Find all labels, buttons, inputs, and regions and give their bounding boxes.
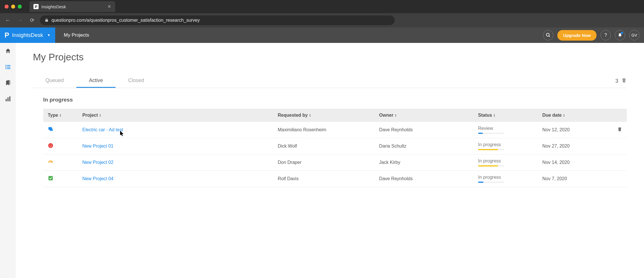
- project-type-icon: [48, 126, 53, 132]
- project-link[interactable]: Electric car - Ad test: [82, 127, 123, 132]
- tab-favicon-icon: P: [33, 4, 39, 9]
- svg-point-15: [51, 145, 52, 146]
- status-cell: In progress: [474, 138, 538, 154]
- tab-close-icon[interactable]: ✕: [108, 4, 111, 9]
- avatar[interactable]: GV: [629, 30, 639, 40]
- tab-title: InsightsDesk: [41, 4, 105, 9]
- requested-by-cell: Don Draper: [273, 154, 375, 171]
- due-date-cell: Nov 14, 2020: [538, 154, 602, 171]
- column-header-status[interactable]: Status▲▼: [474, 109, 538, 122]
- reload-button[interactable]: ⟳: [28, 17, 36, 23]
- browser-tab[interactable]: P InsightsDesk ✕: [29, 1, 115, 12]
- window-minimize-button[interactable]: [11, 5, 15, 9]
- status-cell: Review: [474, 122, 538, 138]
- sort-icon: ▲▼: [59, 114, 61, 117]
- svg-point-2: [5, 65, 6, 66]
- svg-line-1: [549, 36, 550, 37]
- svg-rect-8: [5, 99, 7, 101]
- help-button[interactable]: ?: [601, 30, 611, 40]
- app-header: P InsightsDesk ▼ My Projects Upgrade Now…: [0, 27, 644, 43]
- owner-cell: Dave Reynholds: [375, 122, 474, 138]
- project-type-icon: [48, 159, 53, 165]
- svg-point-13: [48, 143, 53, 148]
- column-header-requested-by[interactable]: Requested by▲▼: [273, 109, 375, 122]
- column-header-project[interactable]: Project▲▼: [78, 109, 273, 122]
- sidebar-item-analytics[interactable]: [5, 96, 11, 102]
- requested-by-cell: Rolf Davis: [273, 171, 375, 187]
- window-controls: P InsightsDesk ✕: [0, 0, 644, 13]
- requested-by-cell: Maximiliano Rosenheim: [273, 122, 375, 138]
- due-date-cell: Nov 7, 2020: [538, 171, 602, 187]
- requested-by-cell: Dick Wolf: [273, 138, 375, 154]
- project-type-icon: [48, 143, 53, 148]
- sort-icon: ▲▼: [563, 114, 565, 117]
- sort-icon: ▲▼: [395, 114, 397, 117]
- url-bar[interactable]: questionpro.com/a/questionpros_customer_…: [40, 15, 395, 25]
- delete-row-button[interactable]: [617, 128, 622, 133]
- window-maximize-button[interactable]: [18, 5, 22, 9]
- column-header-owner[interactable]: Owner▲▼: [375, 109, 474, 122]
- progress-bar: [478, 133, 504, 134]
- app-body: My Projects Queued Active Closed 3 In pr…: [0, 43, 644, 278]
- main-content: My Projects Queued Active Closed 3 In pr…: [16, 43, 644, 278]
- brand-logo-icon: P: [5, 31, 9, 39]
- brand-name: InsightsDesk: [12, 32, 43, 38]
- progress-bar: [478, 149, 504, 150]
- table-row: New Project 01Dick WolfDaria SchultzIn p…: [43, 138, 627, 154]
- browser-chrome: P InsightsDesk ✕ ← → ⟳ questionpro.com/a…: [0, 0, 644, 27]
- project-link[interactable]: New Project 04: [82, 176, 114, 181]
- sidebar-item-list[interactable]: [5, 63, 11, 70]
- window-close-button[interactable]: [5, 5, 9, 9]
- header-section-title: My Projects: [55, 32, 98, 38]
- items-count: 3: [615, 78, 621, 84]
- trash-button[interactable]: [621, 78, 627, 84]
- tab-closed[interactable]: Closed: [116, 74, 157, 88]
- tab-row: Queued Active Closed 3: [33, 74, 627, 88]
- svg-rect-9: [7, 98, 9, 102]
- svg-rect-5: [7, 67, 10, 67]
- svg-point-4: [5, 66, 6, 67]
- svg-rect-12: [50, 129, 53, 131]
- notification-dot-icon: [621, 32, 623, 34]
- project-type-icon: [48, 175, 53, 181]
- sort-icon: ▲▼: [99, 114, 101, 117]
- sidebar: [0, 43, 16, 278]
- sidebar-item-home[interactable]: [5, 47, 11, 54]
- project-link[interactable]: New Project 02: [82, 160, 114, 165]
- svg-point-0: [546, 33, 550, 36]
- lock-icon: [45, 18, 49, 23]
- tab-active[interactable]: Active: [76, 74, 116, 88]
- forward-button[interactable]: →: [16, 17, 24, 24]
- svg-rect-10: [9, 96, 10, 101]
- progress-bar: [478, 165, 504, 166]
- svg-rect-17: [49, 176, 53, 180]
- status-cell: In progress: [474, 154, 538, 171]
- tab-queued[interactable]: Queued: [33, 74, 76, 88]
- projects-table: Type▲▼ Project▲▼ Requested by▲▼ Owner▲▼ …: [43, 109, 627, 187]
- search-button[interactable]: [543, 30, 553, 40]
- sidebar-item-bookmark[interactable]: [5, 80, 11, 86]
- owner-cell: Daria Schultz: [375, 138, 474, 154]
- column-header-type[interactable]: Type▲▼: [43, 109, 78, 122]
- svg-point-14: [49, 145, 50, 146]
- section-heading: In progress: [43, 97, 627, 103]
- table-row: New Project 02Don DraperJack KirbyIn pro…: [43, 154, 627, 171]
- project-link[interactable]: New Project 01: [82, 144, 114, 148]
- back-button[interactable]: ←: [4, 17, 12, 24]
- progress-bar: [478, 182, 504, 183]
- due-date-cell: Nov 27, 2020: [538, 138, 602, 154]
- svg-rect-3: [7, 65, 10, 66]
- upgrade-button[interactable]: Upgrade Now: [557, 30, 597, 41]
- owner-cell: Dave Reynholds: [375, 171, 474, 187]
- url-bar-row: ← → ⟳ questionpro.com/a/questionpros_cus…: [0, 13, 644, 27]
- column-header-due-date[interactable]: Due date▲▼: [538, 109, 602, 122]
- sort-icon: ▲▼: [309, 114, 311, 117]
- owner-cell: Jack Kirby: [375, 154, 474, 171]
- due-date-cell: Nov 12, 2020: [538, 122, 602, 138]
- svg-rect-7: [7, 68, 10, 69]
- brand-menu[interactable]: P InsightsDesk ▼: [0, 27, 55, 43]
- table-row: New Project 04Rolf DavisDave ReynholdsIn…: [43, 171, 627, 187]
- notifications-button[interactable]: [615, 30, 625, 40]
- chevron-down-icon: ▼: [47, 33, 51, 37]
- status-cell: In progress: [474, 171, 538, 187]
